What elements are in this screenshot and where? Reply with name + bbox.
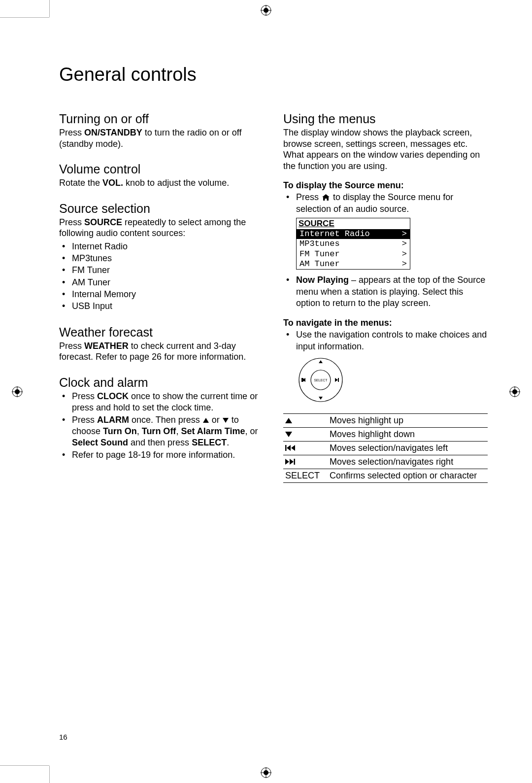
- text-source: Press SOURCE repeatedly to select among …: [59, 217, 264, 239]
- nav-table: Moves highlight up Moves highlight down …: [283, 413, 488, 483]
- heading-turning: Turning on or off: [59, 112, 264, 126]
- crop-mark: [0, 765, 49, 766]
- desc-cell: Moves highlight down: [328, 428, 488, 442]
- heading-volume: Volume control: [59, 162, 264, 176]
- text-menus-intro: The display window shows the playback sc…: [283, 127, 488, 171]
- desc-cell: Moves selection/navigates right: [328, 455, 488, 469]
- clock-list: Press CLOCK once to show the current tim…: [59, 391, 264, 461]
- page-title: General controls: [59, 64, 488, 85]
- down-arrow-icon: [285, 432, 292, 437]
- desc-cell: Moves highlight up: [328, 414, 488, 428]
- desc-cell: Confirms selected option or character: [328, 469, 488, 483]
- table-row: SELECT Confirms selected option or chara…: [283, 469, 488, 483]
- up-arrow-icon: [203, 418, 209, 423]
- svg-rect-33: [294, 459, 296, 465]
- table-row: Moves selection/navigates left: [283, 442, 488, 455]
- svg-rect-24: [301, 378, 302, 382]
- svg-rect-28: [285, 445, 287, 451]
- list-item: Refer to page 18-19 for more information…: [59, 449, 264, 461]
- key-cell: SELECT: [283, 469, 328, 483]
- list-item: Now Playing – appears at the top of the …: [283, 274, 488, 309]
- now-playing-list: Now Playing – appears at the top of the …: [283, 274, 488, 309]
- page-content: General controls Turning on or off Press…: [59, 64, 488, 483]
- down-arrow-icon: [223, 418, 229, 423]
- svg-marker-20: [319, 397, 323, 400]
- nav-pad-illustration: SELECT: [296, 355, 488, 407]
- list-item: Press ALARM once. Then press or to choos…: [59, 414, 264, 449]
- heading-weather: Weather forecast: [59, 325, 264, 340]
- list-item: Press to display the Source menu for sel…: [283, 192, 488, 215]
- subhead-source-menu: To display the Source menu:: [283, 180, 488, 191]
- heading-source: Source selection: [59, 202, 264, 216]
- table-row: Moves highlight down: [283, 428, 488, 442]
- registration-mark-icon: [261, 767, 271, 778]
- list-item: Press CLOCK once to show the current tim…: [59, 391, 264, 414]
- key-cell: [283, 414, 328, 428]
- svg-text:SELECT: SELECT: [314, 378, 328, 382]
- crop-mark: [49, 0, 50, 17]
- table-row: Moves selection/navigates right: [283, 455, 488, 469]
- list-item: MP3tunes: [59, 253, 264, 264]
- navigate-list: Use the navigation controls to make choi…: [283, 329, 488, 352]
- key-cell: [283, 442, 328, 455]
- subhead-navigate: To navigate in the menus:: [283, 318, 488, 328]
- list-item: Internet Radio: [59, 241, 264, 252]
- svg-marker-29: [287, 445, 291, 451]
- crop-mark: [49, 766, 50, 783]
- text-weather: Press WEATHER to check current and 3-day…: [59, 340, 264, 363]
- heading-clock: Clock and alarm: [59, 375, 264, 390]
- list-item: USB Input: [59, 301, 264, 312]
- page-number: 16: [59, 733, 67, 741]
- home-icon: [322, 192, 330, 204]
- registration-mark-icon: [12, 386, 23, 397]
- list-item: AM Tuner: [59, 277, 264, 288]
- list-item: Internal Memory: [59, 289, 264, 300]
- heading-menus: Using the menus: [283, 112, 488, 126]
- registration-mark-icon: [261, 5, 271, 16]
- svg-marker-30: [291, 445, 295, 451]
- text-turning: Press ON/STANDBY to turn the radio on or…: [59, 127, 264, 149]
- svg-marker-26: [335, 378, 338, 382]
- source-box-header: SOURCE: [297, 218, 410, 229]
- source-menu-list: Press to display the Source menu for sel…: [283, 192, 488, 215]
- left-column: Turning on or off Press ON/STANDBY to tu…: [59, 99, 264, 483]
- source-box-row: MP3tunes>: [297, 239, 410, 249]
- source-list: Internet Radio MP3tunes FM Tuner AM Tune…: [59, 241, 264, 312]
- desc-cell: Moves selection/navigates left: [328, 442, 488, 455]
- list-item: FM Tuner: [59, 265, 264, 276]
- registration-mark-icon: [509, 386, 520, 397]
- list-item: Use the navigation controls to make choi…: [283, 329, 488, 352]
- crop-mark: [0, 17, 49, 18]
- svg-marker-32: [290, 459, 294, 465]
- key-cell: [283, 455, 328, 469]
- svg-marker-31: [285, 459, 289, 465]
- up-arrow-icon: [285, 418, 292, 423]
- right-column: Using the menus The display window shows…: [283, 99, 488, 483]
- source-box-row: AM Tuner>: [297, 259, 410, 269]
- skip-next-icon: [285, 457, 295, 467]
- source-menu-box: SOURCE Internet Radio> MP3tunes> FM Tune…: [296, 218, 410, 270]
- skip-prev-icon: [285, 443, 295, 453]
- svg-rect-27: [338, 378, 339, 382]
- source-box-row: FM Tuner>: [297, 249, 410, 259]
- svg-marker-19: [319, 360, 323, 363]
- text-volume: Rotate the VOL. knob to adjust the volum…: [59, 177, 264, 189]
- key-cell: [283, 428, 328, 442]
- source-box-row-selected: Internet Radio>: [297, 229, 410, 239]
- table-row: Moves highlight up: [283, 414, 488, 428]
